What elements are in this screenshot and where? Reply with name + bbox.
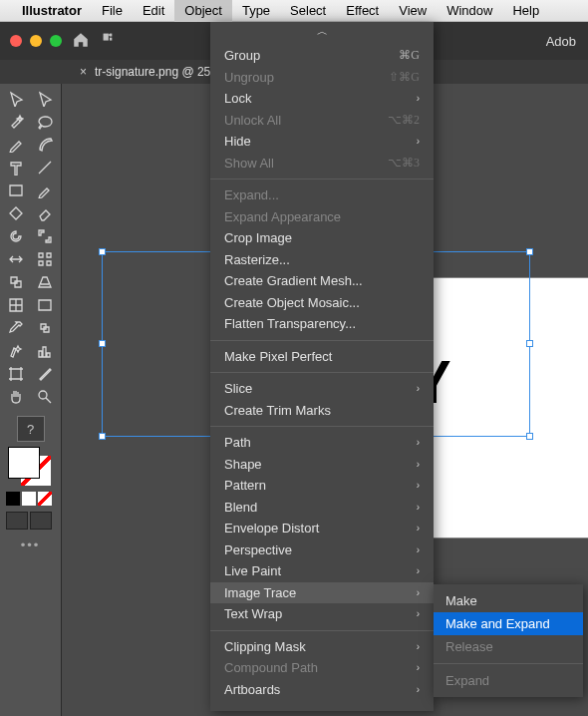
- shape-builder-tool[interactable]: [2, 271, 30, 293]
- perspective-tool[interactable]: [31, 271, 59, 293]
- menu-item-blend[interactable]: Blend›: [210, 497, 434, 519]
- adobe-label: Adob: [546, 34, 576, 49]
- menu-item-expand: Expand...: [210, 184, 434, 206]
- menu-item-pattern[interactable]: Pattern›: [210, 475, 434, 497]
- direct-selection-tool[interactable]: [31, 88, 59, 110]
- menu-type[interactable]: Type: [232, 0, 280, 22]
- symbol-sprayer-tool[interactable]: [2, 340, 30, 362]
- menu-window[interactable]: Window: [437, 0, 502, 22]
- menu-item-artboards[interactable]: Artboards›: [210, 679, 434, 701]
- menu-item-flatten-transparency[interactable]: Flatten Transparency...: [210, 313, 434, 335]
- scale-tool[interactable]: [31, 225, 59, 247]
- lasso-tool[interactable]: [31, 111, 59, 133]
- menu-item-slice[interactable]: Slice›: [210, 378, 434, 400]
- fill-stroke-swatches[interactable]: [7, 448, 55, 488]
- rotate-tool[interactable]: [2, 225, 30, 247]
- menu-item-compound-path: Compound Path›: [210, 657, 434, 679]
- selection-tool[interactable]: [2, 88, 30, 110]
- width-tool[interactable]: [2, 248, 30, 270]
- paintbrush-tool[interactable]: [31, 179, 59, 201]
- menu-help[interactable]: Help: [502, 0, 549, 22]
- arrange-documents-icon[interactable]: [100, 33, 120, 50]
- document-tab[interactable]: tr-signature.png @ 25: [95, 65, 210, 79]
- menu-select[interactable]: Select: [280, 0, 336, 22]
- menu-item-group[interactable]: Group⌘G: [210, 45, 434, 67]
- menu-item-create-trim-marks[interactable]: Create Trim Marks: [210, 400, 434, 422]
- chevron-right-icon: ›: [417, 565, 420, 576]
- menu-object[interactable]: Object: [174, 0, 232, 22]
- artboard-tool[interactable]: [2, 363, 30, 385]
- blend-tool[interactable]: [31, 317, 59, 339]
- hand-tool[interactable]: [2, 386, 30, 408]
- mesh-tool[interactable]: [2, 294, 30, 316]
- menu-item-shape[interactable]: Shape›: [210, 454, 434, 476]
- menu-file[interactable]: File: [92, 0, 133, 22]
- gradient-fill-icon[interactable]: [22, 492, 36, 506]
- menu-item-perspective[interactable]: Perspective›: [210, 539, 434, 561]
- maximize-window-button[interactable]: [50, 35, 62, 47]
- svg-rect-2: [110, 37, 112, 40]
- screen-mode-icon[interactable]: [30, 512, 52, 530]
- curvature-tool[interactable]: [31, 134, 59, 156]
- home-icon[interactable]: [72, 31, 90, 52]
- resize-handle[interactable]: [99, 248, 106, 255]
- scroll-up-icon[interactable]: ︿: [210, 22, 434, 40]
- chevron-right-icon: ›: [417, 587, 420, 598]
- line-tool[interactable]: [31, 157, 59, 179]
- none-fill-icon[interactable]: [38, 492, 52, 506]
- zoom-tool[interactable]: [31, 386, 59, 408]
- toolbar-options-icon[interactable]: •••: [0, 537, 61, 552]
- gradient-tool[interactable]: [31, 294, 59, 316]
- menu-item-create-object-mosaic[interactable]: Create Object Mosaic...: [210, 292, 434, 314]
- draw-mode-icon[interactable]: [6, 512, 28, 530]
- resize-handle[interactable]: [99, 340, 106, 347]
- svg-rect-0: [104, 33, 109, 40]
- eraser-tool[interactable]: [31, 202, 59, 224]
- menu-effect[interactable]: Effect: [336, 0, 389, 22]
- menu-item-hide[interactable]: Hide›: [210, 131, 434, 153]
- color-fill-icon[interactable]: [6, 492, 20, 506]
- submenu-item-make[interactable]: Make: [434, 589, 583, 612]
- object-menu-dropdown: ︿ Group⌘GUngroup⇧⌘GLock›Unlock All⌥⌘2Hid…: [210, 22, 434, 711]
- close-window-button[interactable]: [10, 35, 22, 47]
- pen-tool[interactable]: [2, 134, 30, 156]
- chevron-right-icon: ›: [417, 544, 420, 555]
- column-graph-tool[interactable]: [31, 340, 59, 362]
- resize-handle[interactable]: [526, 248, 533, 255]
- slice-tool[interactable]: [31, 363, 59, 385]
- resize-handle[interactable]: [526, 433, 533, 440]
- menu-view[interactable]: View: [389, 0, 437, 22]
- minimize-window-button[interactable]: [30, 35, 42, 47]
- magic-wand-tool[interactable]: [2, 111, 30, 133]
- resize-handle[interactable]: [99, 433, 106, 440]
- resize-handle[interactable]: [526, 340, 533, 347]
- menu-item-clipping-mask[interactable]: Clipping Mask›: [210, 636, 434, 658]
- menu-edit[interactable]: Edit: [133, 0, 174, 22]
- menu-item-make-pixel-perfect[interactable]: Make Pixel Perfect: [210, 346, 434, 368]
- menu-item-unlock-all: Unlock All⌥⌘2: [210, 110, 434, 132]
- rectangle-tool[interactable]: [2, 179, 30, 201]
- menu-item-text-wrap[interactable]: Text Wrap›: [210, 603, 434, 625]
- type-tool[interactable]: [2, 157, 30, 179]
- menu-item-path[interactable]: Path›: [210, 432, 434, 454]
- fill-swatch[interactable]: [9, 448, 39, 478]
- color-mode-row: [6, 492, 61, 506]
- chevron-right-icon: ›: [417, 502, 420, 513]
- menu-item-lock[interactable]: Lock›: [210, 88, 434, 110]
- menu-item-crop-image[interactable]: Crop Image: [210, 227, 434, 249]
- app-name: Illustrator: [22, 3, 82, 18]
- menu-item-expand-appearance: Expand Appearance: [210, 206, 434, 228]
- menu-item-rasterize[interactable]: Rasterize...: [210, 249, 434, 271]
- eyedropper-tool[interactable]: [2, 317, 30, 339]
- menu-item-image-trace[interactable]: Image Trace›: [210, 582, 434, 604]
- menu-item-create-gradient-mesh[interactable]: Create Gradient Mesh...: [210, 270, 434, 292]
- menu-item-envelope-distort[interactable]: Envelope Distort›: [210, 518, 434, 539]
- free-transform-tool[interactable]: [31, 248, 59, 270]
- tab-close-icon[interactable]: ×: [80, 65, 87, 79]
- menu-item-live-paint[interactable]: Live Paint›: [210, 560, 434, 582]
- shaper-tool[interactable]: [2, 202, 30, 224]
- edit-toolbar-button[interactable]: ?: [17, 416, 45, 442]
- submenu-item-make-and-expand[interactable]: Make and Expand: [434, 612, 583, 635]
- menu-item-show-all: Show All⌥⌘3: [210, 153, 434, 175]
- macos-menubar: Illustrator File Edit Object Type Select…: [0, 0, 588, 22]
